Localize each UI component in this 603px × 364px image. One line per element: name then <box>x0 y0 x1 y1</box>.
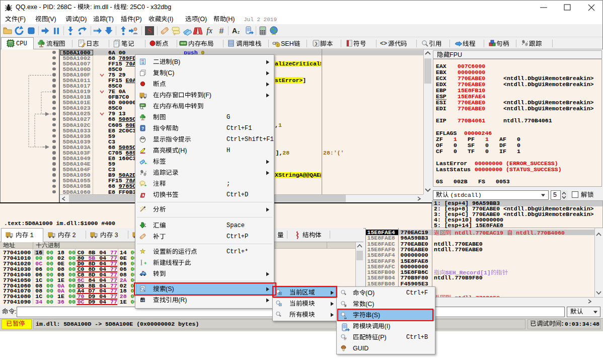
svg-text:S: S <box>147 27 151 35</box>
svg-text:<>: <> <box>380 40 387 47</box>
svg-text:z: z <box>237 30 240 35</box>
svg-text:32: 32 <box>9 42 13 45</box>
svg-text:+: + <box>144 161 147 166</box>
svg-text:10: 10 <box>143 225 146 228</box>
svg-text:×: × <box>279 303 281 306</box>
svg-text:10: 10 <box>141 62 144 64</box>
svg-text:+: + <box>144 183 147 188</box>
svg-text:#: # <box>344 304 347 308</box>
svg-text:*: * <box>279 314 281 319</box>
svg-text:#: # <box>219 27 224 35</box>
svg-text:fx: fx <box>206 26 212 35</box>
svg-text:+: + <box>144 261 146 266</box>
svg-text:!: ! <box>277 43 278 47</box>
svg-text:?: ? <box>141 126 144 131</box>
svg-text:›: › <box>344 293 346 297</box>
svg-text:❯: ❯ <box>315 41 318 46</box>
svg-text:A: A <box>232 27 237 35</box>
